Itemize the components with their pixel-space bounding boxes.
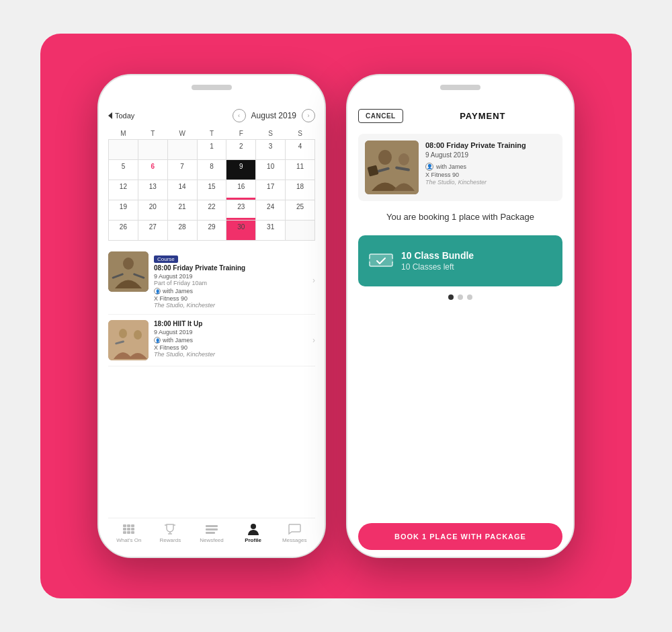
event-item-1[interactable]: Course 08:00 Friday Private Training 9 A… [108,246,315,315]
cal-day-6[interactable]: 6 [138,160,167,180]
event-location-1: The Studio, Kinchester [154,302,307,309]
cancel-button[interactable]: CANCEL [358,109,403,123]
cal-day-4[interactable]: 4 [286,140,315,160]
dot-1[interactable] [448,294,454,300]
phone-speaker-right [440,85,480,90]
trophy-icon [163,522,177,536]
event-image-2-svg [108,320,149,360]
cal-day-16[interactable]: 16 [226,180,256,200]
event-badge-1: Course [154,255,178,263]
package-card[interactable]: 10 Class Bundle 10 Classes left [358,235,562,286]
dot-2[interactable] [458,294,463,300]
cal-day-31[interactable]: 31 [256,221,286,241]
nav-newsfeed-label: Newsfeed [200,537,224,543]
cal-day-18[interactable]: 18 [286,180,315,200]
cal-day-27[interactable]: 27 [138,221,167,241]
book-button[interactable]: BOOK 1 PLACE WITH PACKAGE [358,523,562,550]
left-phone-content: Today ‹ August 2019 › M T W [99,102,325,557]
event-item-2[interactable]: 18:00 HIIT It Up 9 August 2019 👤 with Ja… [108,315,315,366]
month-nav: ‹ August 2019 › [233,109,315,122]
calendar-week-4: 19 20 21 22 23 24 25 [109,200,315,221]
cal-day-5[interactable]: 5 [109,160,138,180]
grid-icon-shape [123,524,134,534]
session-trainer: 👤 with James [425,163,556,171]
svg-point-1 [123,258,134,270]
event-trainer-1: with James [163,288,193,294]
cal-day-30[interactable]: 30 [226,221,256,241]
cal-day-22[interactable]: 22 [197,200,226,221]
cal-day-19[interactable]: 19 [109,200,138,221]
svg-point-10 [251,524,256,529]
cal-day-12[interactable]: 12 [109,180,138,200]
event-arrow-2: › [312,335,315,345]
svg-point-12 [378,150,392,165]
calendar-screen: Today ‹ August 2019 › M T W [99,102,325,557]
cal-day-24[interactable]: 24 [256,200,286,221]
prev-month-button[interactable]: ‹ [233,109,246,122]
cal-day-29[interactable]: 29 [197,221,226,241]
nav-profile-label: Profile [245,537,261,543]
cal-day-14[interactable]: 14 [167,180,197,200]
event-thumb-1 [108,251,149,292]
event-meta-2: 👤 with James [154,337,307,344]
nav-profile[interactable]: Profile [239,522,268,543]
cal-day-11[interactable]: 11 [286,160,315,180]
nav-messages-label: Messages [282,537,306,543]
event-title-2: 18:00 HIIT It Up [154,320,307,328]
event-details-1: Course 08:00 Friday Private Training 9 A… [154,251,307,309]
svg-point-5 [119,329,127,338]
day-header-t2: T [197,128,226,140]
cal-day-23[interactable]: 23 [226,200,256,221]
session-thumbnail [365,141,419,194]
cal-day-3[interactable]: 3 [256,140,286,160]
calendar-week-1: 1 2 3 4 [109,140,315,160]
event-trainer-2: with James [163,337,193,344]
day-header-f: F [226,128,256,140]
day-header-w: W [167,128,197,140]
dot-3[interactable] [467,294,472,300]
today-button[interactable]: Today [108,112,134,120]
nav-whats-on[interactable]: What's On [114,522,144,543]
cal-day-1[interactable]: 1 [197,140,226,160]
calendar-week-3: 12 13 14 15 16 17 18 [109,180,315,200]
cal-day-20[interactable]: 20 [138,200,167,221]
cal-day-28[interactable]: 28 [167,221,197,241]
event-location-2: The Studio, Kinchester [154,351,307,358]
nav-messages[interactable]: Messages [280,522,309,543]
event-studio-1: X Fitness 90 [154,295,307,302]
booking-text: You are booking 1 place with Package [358,212,562,222]
day-header-t1: T [138,128,167,140]
nav-whats-on-label: What's On [116,537,141,543]
day-header-s1: S [256,128,286,140]
cal-day-2[interactable]: 2 [226,140,256,160]
event-studio-2: X Fitness 90 [154,344,307,351]
person-icon-svg [247,522,259,536]
dots-indicator [358,294,562,300]
nav-rewards[interactable]: Rewards [155,522,185,543]
cal-day-13[interactable]: 13 [138,180,167,200]
payment-screen: CANCEL PAYMENT [347,102,573,557]
nav-newsfeed[interactable]: Newsfeed [197,522,226,543]
cal-day-17[interactable]: 17 [256,180,286,200]
phones-container: Today ‹ August 2019 › M T W [0,0,672,632]
cal-day-10[interactable]: 10 [256,160,286,180]
ticket-icon-svg [369,249,393,273]
cal-empty [167,140,197,160]
session-location: The Studio, Kinchester [425,179,556,186]
cal-day-7[interactable]: 7 [167,160,197,180]
cal-day-26[interactable]: 26 [109,221,138,241]
cal-day-8[interactable]: 8 [197,160,226,180]
cal-day-15[interactable]: 15 [197,180,226,200]
svg-rect-4 [108,320,149,360]
trophy-icon-svg [164,523,176,535]
session-image-svg [365,141,419,194]
session-info: 08:00 Friday Private Training 9 August 2… [425,141,556,194]
next-month-button[interactable]: › [302,109,315,122]
cal-day-9-selected[interactable]: 9 [226,160,256,180]
cal-day-25[interactable]: 25 [286,200,315,221]
person-icon [246,522,261,536]
event-part-1: Part of Friday 10am [154,280,307,286]
cal-day-21[interactable]: 21 [167,200,197,221]
chat-icon-svg [288,523,301,535]
cal-empty [138,140,167,160]
